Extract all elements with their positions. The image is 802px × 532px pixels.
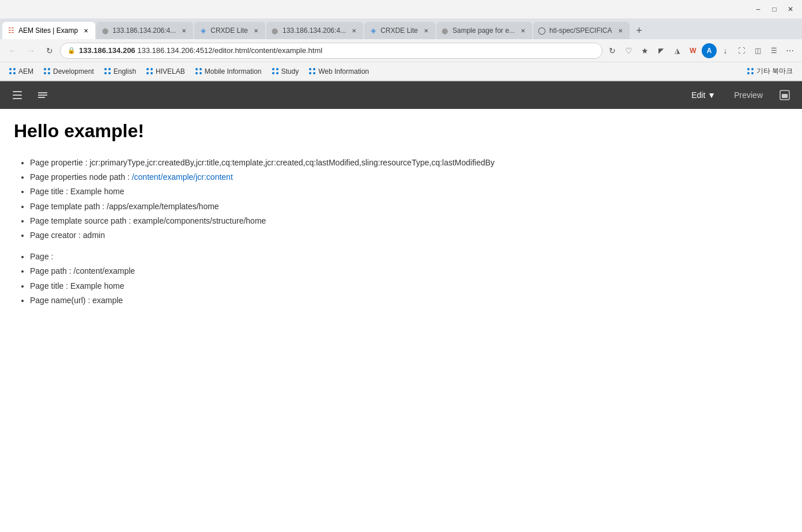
svg-rect-0 bbox=[13, 91, 22, 92]
tab-crxde-1[interactable]: ◈ CRXDE Lite ✕ bbox=[194, 22, 265, 39]
star-icon[interactable]: ★ bbox=[637, 43, 652, 58]
preview-button[interactable]: Preview bbox=[727, 87, 770, 103]
tab-favicon-crxde-1: ◈ bbox=[199, 27, 207, 35]
page-heading: Hello example! bbox=[14, 120, 788, 142]
bookmark-aem[interactable]: AEM bbox=[5, 65, 38, 78]
tab-close-crxde-2[interactable]: ✕ bbox=[421, 26, 431, 35]
lock-icon: 🔒 bbox=[67, 47, 76, 54]
tab-favicon-133-1: ⬤ bbox=[101, 27, 109, 35]
favorites-icon[interactable]: ♡ bbox=[621, 43, 636, 58]
tab-favicon-133-2: ⬤ bbox=[271, 27, 279, 35]
bookmark-aem-label: AEM bbox=[18, 67, 33, 76]
profile-button[interactable]: A bbox=[702, 43, 717, 58]
forward-button[interactable]: → bbox=[23, 43, 39, 59]
bookmark-web-info[interactable]: Web Information bbox=[304, 65, 374, 78]
tab-label-aem-sites: AEM Sites | Examp bbox=[18, 27, 78, 35]
bookmark-dots-icon-st bbox=[272, 68, 279, 75]
more-icon[interactable]: ⋯ bbox=[782, 43, 797, 58]
tab-close-crxde-1[interactable]: ✕ bbox=[251, 26, 261, 35]
tab-bar: ☷ AEM Sites | Examp ✕ ⬤ 133.186.134.206:… bbox=[0, 18, 802, 39]
list-item-3-text: Page title : Example home bbox=[30, 187, 124, 196]
title-bar: – □ ✕ bbox=[0, 0, 802, 18]
bookmark-mobile-info[interactable]: Mobile Information bbox=[191, 65, 266, 78]
back-button[interactable]: ← bbox=[5, 43, 21, 59]
tab-close-133-1[interactable]: ✕ bbox=[179, 26, 189, 35]
tab-favicon-sample: ⬤ bbox=[441, 27, 449, 35]
address-bar-icons: ↻ ♡ ★ ◤ ◮ W A ↓ ⛶ ◫ ☰ ⋯ bbox=[605, 43, 797, 58]
reload-icon[interactable]: ↻ bbox=[605, 43, 620, 58]
tab-github[interactable]: ◯ htl-spec/SPECIFICA ✕ bbox=[533, 22, 630, 39]
list-item-4-text: Page template path : /apps/example/templ… bbox=[30, 202, 219, 211]
list-item-1: Page propertie : jcr:primaryType,jcr:cre… bbox=[30, 156, 788, 170]
svg-rect-5 bbox=[38, 97, 45, 98]
edit-label: Edit bbox=[691, 90, 705, 100]
tab-label-crxde-2: CRXDE Lite bbox=[381, 27, 418, 35]
address-input-container[interactable]: 🔒 133.186.134.206 133.186.134.206:4512/e… bbox=[60, 43, 603, 59]
other-bookmarks[interactable]: 기타 북마크 bbox=[743, 65, 797, 78]
list-item-2-prefix: Page properties node path : bbox=[30, 172, 132, 182]
tab-favicon-crxde-2: ◈ bbox=[369, 27, 377, 35]
close-button[interactable]: ✕ bbox=[784, 2, 797, 16]
split-view-icon[interactable]: ◫ bbox=[750, 43, 765, 58]
bookmark-hivelab-label: HIVELAB bbox=[156, 67, 185, 76]
bookmark-english[interactable]: English bbox=[100, 65, 141, 78]
sidebar-toggle-button[interactable] bbox=[7, 85, 28, 105]
properties-button[interactable] bbox=[32, 85, 53, 105]
content-list-1: Page propertie : jcr:primaryType,jcr:cre… bbox=[14, 156, 788, 243]
wallet-icon[interactable]: ◤ bbox=[653, 43, 668, 58]
list-item-5: Page template source path : example/comp… bbox=[30, 214, 788, 228]
bookmark-dots-icon bbox=[9, 68, 16, 75]
tab-133-1[interactable]: ⬤ 133.186.134.206:4... ✕ bbox=[96, 22, 193, 39]
list-item-7: Page : bbox=[30, 250, 788, 264]
extension-icon[interactable]: ◮ bbox=[669, 43, 684, 58]
sidebar-icon[interactable]: ☰ bbox=[766, 43, 781, 58]
aem-editor-toolbar: Edit ▼ Preview bbox=[0, 81, 802, 109]
screenshot-icon[interactable]: ⛶ bbox=[734, 43, 749, 58]
edit-button[interactable]: Edit ▼ bbox=[684, 87, 722, 103]
other-bookmarks-label: 기타 북마크 bbox=[756, 66, 793, 76]
tab-close-github[interactable]: ✕ bbox=[616, 26, 625, 35]
bookmark-study-label: Study bbox=[281, 67, 299, 76]
bookmark-development-label: Development bbox=[53, 67, 94, 76]
list-item-9-text: Page title : Example home bbox=[30, 281, 124, 290]
office-icon[interactable]: W bbox=[686, 43, 701, 58]
share-button[interactable] bbox=[774, 85, 795, 105]
bookmark-study[interactable]: Study bbox=[268, 65, 304, 78]
bookmark-dots-icon-dev bbox=[44, 68, 51, 75]
list-item-2: Page properties node path : /content/exa… bbox=[30, 170, 788, 184]
tab-label-github: htl-spec/SPECIFICA bbox=[549, 27, 612, 35]
list-item-3: Page title : Example home bbox=[30, 184, 788, 199]
tab-133-2[interactable]: ⬤ 133.186.134.206:4... ✕ bbox=[266, 22, 363, 39]
list-item-6: Page creator : admin bbox=[30, 228, 788, 243]
bookmark-dots-icon-wi bbox=[309, 68, 316, 75]
refresh-button[interactable]: ↻ bbox=[42, 43, 58, 59]
bookmarks-right: 기타 북마크 bbox=[743, 65, 797, 78]
list-item-8-text: Page path : /content/example bbox=[30, 266, 135, 276]
node-path-link[interactable]: /content/example/jcr:content bbox=[132, 172, 233, 182]
maximize-button[interactable]: □ bbox=[767, 2, 781, 16]
list-item-4: Page template path : /apps/example/templ… bbox=[30, 199, 788, 214]
bookmark-dots-icon-hl bbox=[146, 68, 153, 75]
list-item-1-text: Page propertie : jcr:primaryType,jcr:cre… bbox=[30, 158, 495, 167]
preview-label: Preview bbox=[734, 90, 763, 100]
tab-close-aem-sites[interactable]: ✕ bbox=[81, 26, 91, 35]
download-icon[interactable]: ↓ bbox=[718, 43, 733, 58]
tab-favicon-github: ◯ bbox=[538, 27, 546, 35]
tab-label-133-1: 133.186.134.206:4... bbox=[112, 27, 176, 35]
bookmark-dots-icon-en bbox=[104, 68, 111, 75]
bookmark-hivelab[interactable]: HIVELAB bbox=[142, 65, 190, 78]
bookmark-web-info-label: Web Information bbox=[318, 67, 369, 76]
tab-close-sample[interactable]: ✕ bbox=[518, 26, 528, 35]
list-item-7-text: Page : bbox=[30, 252, 53, 261]
tab-sample[interactable]: ⬤ Sample page for e... ✕ bbox=[436, 22, 532, 39]
tab-close-133-2[interactable]: ✕ bbox=[349, 26, 359, 35]
tab-crxde-2[interactable]: ◈ CRXDE Lite ✕ bbox=[364, 22, 435, 39]
tab-label-crxde-1: CRXDE Lite bbox=[210, 27, 248, 35]
aem-toolbar-left bbox=[7, 85, 53, 105]
minimize-button[interactable]: – bbox=[751, 2, 765, 16]
bookmark-development[interactable]: Development bbox=[39, 65, 99, 78]
window-controls: – □ ✕ bbox=[751, 2, 797, 16]
tab-aem-sites[interactable]: ☷ AEM Sites | Examp ✕ bbox=[2, 22, 95, 39]
new-tab-button[interactable]: + bbox=[631, 22, 648, 39]
main-content: Hello example! Page propertie : jcr:prim… bbox=[0, 109, 802, 455]
